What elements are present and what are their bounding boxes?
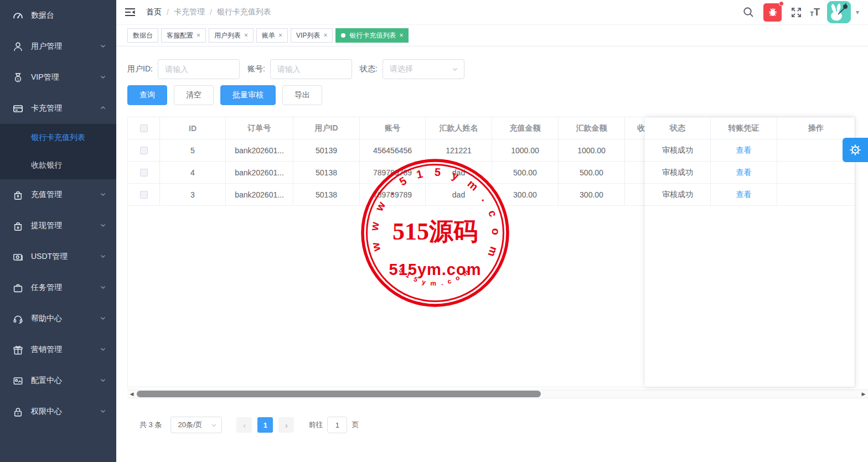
close-icon[interactable]: × [323,32,327,39]
column-settings-button[interactable] [843,138,868,162]
goto-page-input[interactable] [327,417,347,433]
column-header-voucher: 转账凭证 [711,117,777,139]
chevron-down-icon [100,190,106,199]
breadcrumb-home[interactable]: 首页 [146,7,162,17]
breadcrumb-current: 银行卡充值列表 [217,7,271,17]
dashboard-icon [12,10,23,21]
fullscreen-icon[interactable] [791,7,802,18]
sidebar-item-marketing[interactable]: 营销管理 [0,334,116,365]
page-size-select[interactable]: 20条/页 [170,417,222,433]
prev-page-button[interactable]: ‹ [236,417,252,433]
sidebar-submenu-card-recharge: 银行卡充值列表 收款银行 [0,124,116,179]
tab-bills[interactable]: 账单 × [256,28,288,43]
next-page-button[interactable]: › [278,417,294,433]
sidebar-item-recharge[interactable]: 充值管理 [0,179,116,210]
svg-text:1: 1 [17,77,19,81]
font-size-icon[interactable]: TT [810,7,820,17]
help-headset-icon [12,313,23,324]
close-icon[interactable]: × [399,32,403,39]
breadcrumb-level1[interactable]: 卡充管理 [174,7,205,17]
filter-row: 用户ID: 账号: 状态: 请选择 [127,59,868,79]
search-button[interactable]: 查询 [127,85,167,105]
tab-customer-service-config[interactable]: 客服配置 × [161,28,206,43]
clear-button[interactable]: 清空 [174,85,214,105]
search-icon[interactable] [743,7,754,18]
sidebar-item-users[interactable]: 用户管理 [0,31,116,62]
task-briefcase-icon [12,282,23,293]
status-text: 审核成功 [645,139,711,161]
sidebar-item-card-recharge[interactable]: 卡充管理 [0,93,116,124]
sidebar-item-help[interactable]: 帮助中心 [0,303,116,334]
column-header-amount: 充值金额 [492,117,559,139]
user-icon [12,41,23,52]
column-header-account: 账号 [360,117,426,139]
horizontal-scrollbar: ◀ ▶ [127,390,868,398]
scroll-left-arrow-icon[interactable]: ◀ [128,391,135,397]
sidebar-item-usdt[interactable]: USDT管理 [0,241,116,272]
tag-tabs-bar: 数据台 客服配置 × 用户列表 × 账单 × VIP列表 × 银行卡充值列表 × [116,25,868,46]
row-checkbox[interactable] [140,191,148,199]
marketing-gift-icon [12,344,23,355]
active-tab-dot [341,33,345,38]
select-all-checkbox[interactable] [140,124,148,132]
account-input[interactable] [270,59,352,79]
tab-vip-list[interactable]: VIP列表 × [291,28,333,43]
sidebar-item-withdraw[interactable]: 提现管理 [0,210,116,241]
sidebar-item-config[interactable]: 配置中心 [0,365,116,396]
gear-icon [849,143,862,157]
status-text: 审核成功 [645,162,711,183]
status-text: 审核成功 [645,184,711,205]
tab-dashboard[interactable]: 数据台 [127,28,158,43]
tab-user-list[interactable]: 用户列表 × [209,28,254,43]
top-bar: 首页 / 卡充管理 / 银行卡充值列表 TT ▾ [116,0,868,25]
caret-down-icon[interactable]: ▾ [856,8,859,16]
sidebar-item-dashboard[interactable]: 数据台 [0,0,116,31]
row-checkbox[interactable] [140,169,148,177]
config-icon [12,375,23,386]
main-area: 首页 / 卡充管理 / 银行卡充值列表 TT ▾ [116,0,868,462]
chevron-down-icon [100,314,106,323]
scroll-right-arrow-icon[interactable]: ▶ [860,391,867,397]
close-icon[interactable]: × [197,32,200,39]
chevron-down-icon [100,283,106,292]
bank-card-icon [12,103,23,114]
column-header-payer: 汇款人姓名 [426,117,492,139]
account-label: 账号: [247,64,265,74]
view-voucher-link[interactable]: 查看 [736,190,752,200]
withdraw-bag-icon [12,220,23,231]
chevron-down-icon [100,376,106,385]
column-header-user-id: 用户ID [293,117,360,139]
chevron-down-icon [100,42,106,51]
sidebar-item-receiving-bank[interactable]: 收款银行 [0,152,116,179]
usdt-icon [12,251,23,262]
total-count: 共 3 条 [140,420,162,430]
chevron-down-icon [452,66,458,72]
row-checkbox[interactable] [140,147,148,154]
lock-icon [12,406,23,417]
bug-report-button[interactable] [763,3,782,22]
export-button[interactable]: 导出 [282,85,322,105]
sidebar-fold-icon[interactable] [125,7,137,17]
user-id-input[interactable] [158,59,240,79]
sidebar-item-tasks[interactable]: 任务管理 [0,272,116,303]
view-voucher-link[interactable]: 查看 [736,168,752,178]
status-select[interactable]: 请选择 [383,59,464,79]
sidebar-item-bank-card-recharge-list[interactable]: 银行卡充值列表 [0,124,116,152]
column-header-order-no: 订单号 [226,117,293,139]
sidebar-item-vip[interactable]: 1 VIP管理 [0,62,116,93]
avatar[interactable] [827,1,851,23]
action-buttons: 查询 清空 批量审核 导出 [127,85,868,105]
page-number-1[interactable]: 1 [257,417,273,433]
fixed-right-columns: 状态 转账凭证 操作 审核成功 查看 审核成功 查看 审核成功 查看 [645,117,855,387]
close-icon[interactable]: × [244,32,248,39]
view-voucher-link[interactable]: 查看 [736,146,752,155]
close-icon[interactable]: × [278,32,282,39]
chevron-up-icon [100,104,106,113]
tab-bank-card-recharge-list[interactable]: 银行卡充值列表 × [335,28,409,43]
recharge-bag-icon [12,189,23,200]
recharge-table: ID 订单号 用户ID 账号 汇款人姓名 充值金额 汇款金额 收 5 bank2… [127,117,855,387]
sidebar-item-permissions[interactable]: 权限中心 [0,396,116,427]
batch-audit-button[interactable]: 批量审核 [220,85,276,105]
page-unit-label: 页 [352,420,359,430]
scrollbar-thumb[interactable] [137,391,541,397]
